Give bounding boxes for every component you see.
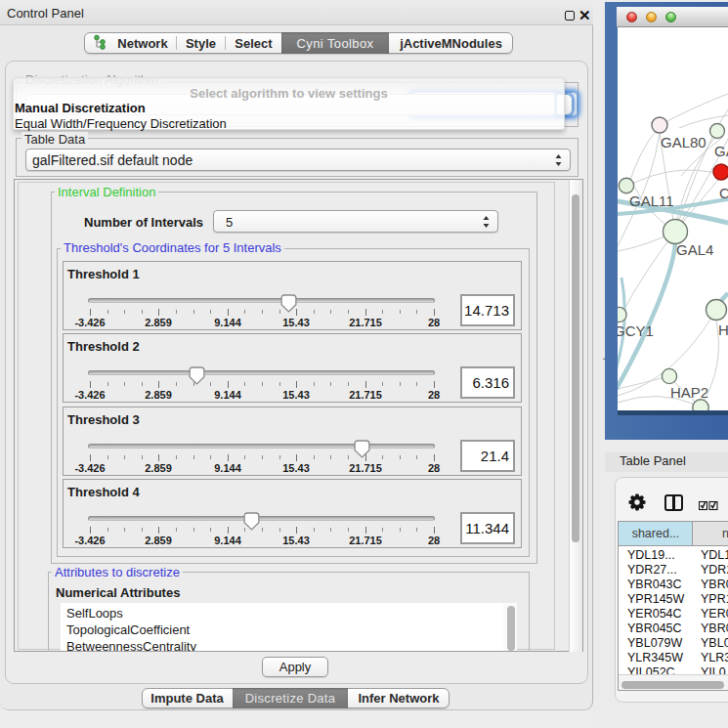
svg-text:GAL11: GAL11 (629, 193, 674, 209)
svg-text:GA: GA (714, 143, 728, 159)
svg-text:C: C (719, 185, 728, 201)
svg-text:HAP2: HAP2 (670, 384, 708, 401)
svg-text:GAL4: GAL4 (676, 241, 713, 258)
svg-text:GCY1: GCY1 (618, 322, 654, 339)
svg-text:GAL80: GAL80 (661, 134, 707, 150)
svg-text:H: H (718, 321, 728, 338)
